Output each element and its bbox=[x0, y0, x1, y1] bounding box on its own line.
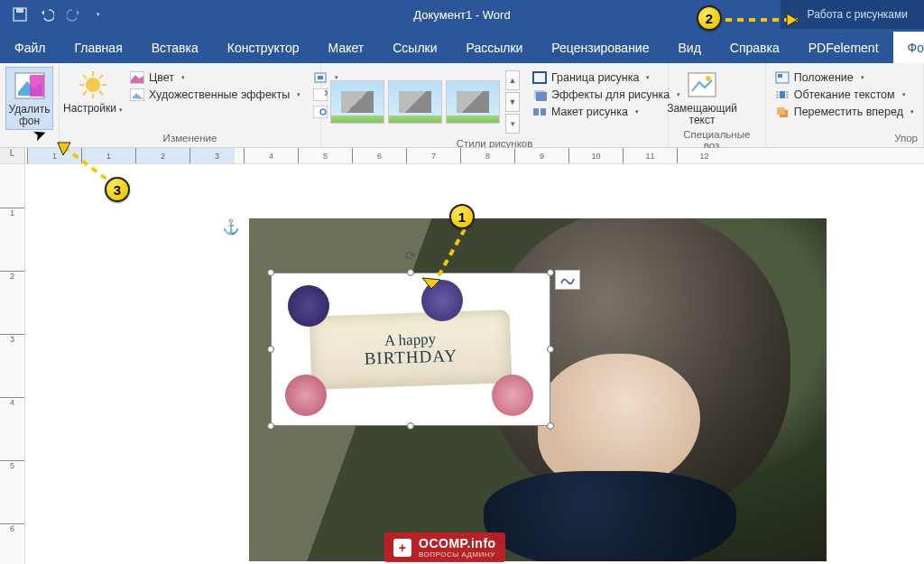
plus-icon: + bbox=[393, 539, 411, 557]
corrections-label: Настройки bbox=[63, 102, 116, 115]
remove-background-button[interactable]: Удалить фон bbox=[5, 67, 53, 130]
anchor-icon: ⚓ bbox=[222, 218, 240, 236]
undo-icon[interactable] bbox=[40, 7, 54, 22]
ruler-corner: L bbox=[0, 148, 25, 164]
style-thumb[interactable] bbox=[446, 80, 500, 124]
artistic-effects-button[interactable]: Художественные эффекты▾ bbox=[126, 88, 304, 102]
svg-line-9 bbox=[83, 75, 87, 79]
selected-picture[interactable]: ⟳ A happyBIRTHDAY bbox=[271, 273, 550, 426]
color-button[interactable]: Цвет▾ bbox=[126, 70, 304, 85]
corrections-button[interactable]: Настройки▾ bbox=[65, 67, 121, 116]
position-button[interactable]: Положение▾ bbox=[772, 70, 918, 85]
save-icon[interactable] bbox=[13, 7, 27, 22]
svg-point-25 bbox=[706, 76, 711, 81]
svg-point-4 bbox=[86, 78, 100, 92]
callout-3: 3 bbox=[105, 177, 130, 202]
svg-line-11 bbox=[99, 75, 103, 79]
resize-handle[interactable] bbox=[267, 269, 274, 276]
ribbon-tab-bar: Файл Главная Вставка Конструктор Макет С… bbox=[0, 29, 924, 63]
redo-icon[interactable] bbox=[67, 7, 81, 22]
svg-marker-38 bbox=[422, 278, 440, 289]
tab-view[interactable]: Вид bbox=[663, 32, 715, 63]
resize-handle[interactable] bbox=[267, 422, 274, 430]
document-title: Документ1 - Word bbox=[413, 8, 510, 22]
svg-rect-3 bbox=[30, 75, 44, 97]
group-arrange-label: Упор bbox=[772, 132, 918, 145]
picture-effects-button[interactable]: Эффекты для рисунка▾ bbox=[529, 88, 684, 102]
ribbon: Удалить фон Настройки▾ Цвет▾ Художествен… bbox=[0, 63, 924, 148]
tab-help[interactable]: Справка bbox=[716, 32, 794, 63]
svg-rect-27 bbox=[778, 74, 782, 78]
alt-text-button[interactable]: Замещающий текст bbox=[674, 67, 730, 128]
resize-handle[interactable] bbox=[547, 346, 554, 353]
svg-rect-36 bbox=[777, 107, 785, 115]
resize-handle[interactable] bbox=[407, 269, 414, 276]
svg-rect-22 bbox=[533, 108, 539, 116]
tab-pdfelement[interactable]: PDFelement bbox=[794, 32, 893, 63]
tab-format[interactable]: Формат bbox=[893, 32, 924, 63]
callout-2: 2 bbox=[697, 5, 722, 31]
horizontal-ruler[interactable]: L 1 1 2 3 4 5 6 7 8 9 10 11 12 bbox=[0, 148, 924, 164]
tab-references[interactable]: Ссылки bbox=[378, 32, 451, 63]
svg-line-10 bbox=[99, 91, 103, 95]
tab-layout[interactable]: Макет bbox=[314, 32, 379, 63]
arrow-1 bbox=[415, 224, 478, 305]
alt-text-label: Замещающий текст bbox=[667, 103, 737, 126]
tab-mailings[interactable]: Рассылки bbox=[452, 32, 538, 63]
quick-access-toolbar: ▾ bbox=[0, 7, 113, 22]
svg-marker-40 bbox=[787, 14, 798, 26]
vertical-ruler[interactable]: 1 2 3 4 5 6 bbox=[0, 164, 25, 564]
resize-handle[interactable] bbox=[547, 422, 554, 430]
gallery-down-button[interactable]: ▼ bbox=[505, 92, 520, 112]
remove-background-label: Удалить фон bbox=[8, 104, 51, 127]
picture-layout-button[interactable]: Макет рисунка▾ bbox=[529, 105, 684, 119]
tab-insert[interactable]: Вставка bbox=[137, 32, 213, 63]
resize-handle[interactable] bbox=[267, 346, 274, 353]
arrow-2 bbox=[722, 9, 812, 31]
tab-home[interactable]: Главная bbox=[60, 32, 136, 63]
picture-styles-gallery[interactable]: ▲ ▼ ▾ bbox=[327, 67, 523, 137]
svg-rect-28 bbox=[780, 91, 785, 98]
tab-review[interactable]: Рецензирование bbox=[537, 32, 663, 63]
svg-rect-21 bbox=[536, 92, 547, 101]
layout-options-icon[interactable] bbox=[555, 270, 580, 290]
style-thumb[interactable] bbox=[388, 80, 442, 124]
callout-1: 1 bbox=[449, 204, 475, 229]
resize-handle[interactable] bbox=[547, 269, 554, 276]
card-text: A happyBIRTHDAY bbox=[269, 269, 552, 430]
style-thumb[interactable] bbox=[330, 80, 384, 124]
svg-line-12 bbox=[83, 91, 87, 95]
wrap-text-button[interactable]: Обтекание текстом▾ bbox=[772, 88, 918, 102]
tab-file[interactable]: Файл bbox=[0, 32, 60, 63]
bring-forward-button[interactable]: Переместить вперед▾ bbox=[772, 105, 918, 119]
resize-handle[interactable] bbox=[407, 422, 414, 430]
svg-rect-23 bbox=[541, 108, 546, 116]
svg-rect-1 bbox=[16, 8, 23, 13]
gallery-more-button[interactable]: ▾ bbox=[505, 114, 520, 134]
gallery-up-button[interactable]: ▲ bbox=[505, 70, 520, 90]
watermark-badge: + OCOMP.info ВОПРОСЫ АДМИНУ bbox=[384, 532, 505, 562]
svg-rect-19 bbox=[533, 72, 546, 83]
tab-design[interactable]: Конструктор bbox=[213, 32, 314, 63]
picture-border-button[interactable]: Граница рисунка▾ bbox=[529, 70, 684, 85]
qat-more-icon[interactable]: ▾ bbox=[97, 11, 100, 18]
